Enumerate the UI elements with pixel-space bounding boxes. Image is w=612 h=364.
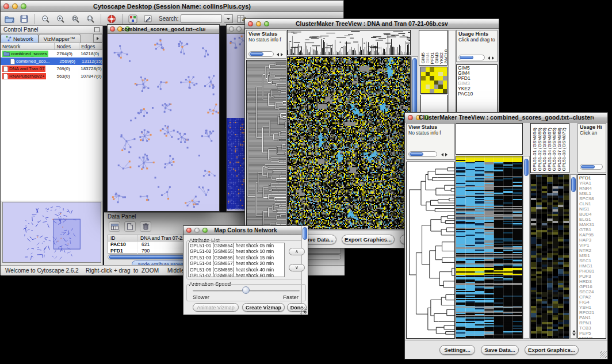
scrollbar-arrows[interactable] — [572, 330, 576, 336]
tab-vizmapper[interactable]: VizMapper™ — [39, 34, 81, 43]
slider-arrows[interactable] — [441, 153, 447, 156]
gene-label[interactable]: RNR4 — [579, 186, 606, 191]
gene-label[interactable]: ELG1 — [579, 217, 606, 222]
gene-label[interactable]: SEC1 — [579, 258, 606, 263]
gene-label[interactable]: PHO81 — [579, 269, 606, 274]
scrollbar-thumb[interactable] — [524, 159, 529, 176]
gene-label[interactable]: HRD3 — [579, 279, 606, 284]
close-button[interactable] — [408, 115, 413, 120]
attribute-item[interactable]: GPL51-07 (GSM868) heat shock 60 min — [189, 273, 284, 277]
gene-vertical-scrollbar[interactable] — [570, 174, 577, 339]
contrast-slider[interactable] — [580, 164, 603, 170]
close-button[interactable] — [229, 26, 234, 32]
gene-label[interactable]: RPN1 — [579, 320, 606, 325]
zoom-heatmap-canvas[interactable] — [531, 175, 569, 339]
slider-thumb[interactable] — [581, 165, 595, 168]
arrow-left-icon[interactable] — [277, 53, 279, 56]
gene-label[interactable]: FIG4 — [579, 300, 606, 305]
row-dendrogram-pane[interactable] — [406, 162, 455, 339]
zoom-slider[interactable] — [248, 51, 274, 57]
search-dropdown-button[interactable] — [224, 14, 233, 23]
gene-label[interactable]: YSH1 — [579, 305, 606, 310]
slider-arrows[interactable] — [488, 56, 494, 60]
network-row[interactable]: combined_scores 2764(0) 16218(0) — [1, 50, 102, 58]
arrow-left-icon[interactable] — [441, 153, 443, 156]
gene-label[interactable]: PAN1 — [579, 315, 606, 320]
gene-label[interactable]: HMG1 — [579, 263, 606, 269]
arrow-up-icon[interactable] — [572, 330, 576, 332]
zoom-heatmap[interactable] — [420, 67, 447, 94]
window-titlebar[interactable]: combined_scores_good.txt--cluste... — [108, 25, 219, 34]
arrow-right-icon[interactable] — [445, 153, 447, 156]
network-row-selected[interactable]: combined_sco... 2569(6) 13112(15) — [1, 58, 102, 65]
network-overview-navigator[interactable] — [2, 202, 101, 263]
create-vizmap-button[interactable]: Create Vizmap — [242, 303, 285, 312]
slider-thumb[interactable] — [410, 152, 423, 156]
gene-label[interactable]: PAC10 — [458, 91, 497, 97]
animate-vizmap-button[interactable]: Animate Vizmap — [193, 303, 239, 312]
close-button[interactable] — [110, 26, 115, 32]
gene-label[interactable]: PEP5 — [579, 331, 606, 336]
gene-label[interactable]: CLN1 — [579, 201, 606, 206]
new-attribute-icon[interactable] — [124, 221, 136, 232]
slider-arrows[interactable] — [277, 53, 283, 56]
slider-thumb[interactable] — [460, 56, 473, 59]
window-titlebar[interactable]: ClusterMaker TreeView : combined_scores_… — [405, 113, 607, 122]
gene-label[interactable]: GPI16 — [579, 284, 606, 289]
gene-label[interactable]: PFD1 — [579, 175, 606, 181]
gene-label[interactable]: RPO21 — [579, 310, 606, 315]
open-folder-icon[interactable] — [3, 13, 16, 25]
row-dendrogram-canvas[interactable] — [247, 60, 286, 229]
zoom-slider[interactable] — [408, 151, 437, 157]
gene-label[interactable]: GTB1 — [579, 227, 606, 232]
zoom-fit-icon[interactable] — [84, 13, 97, 25]
move-up-button[interactable]: ∧ — [289, 248, 305, 255]
move-down-button[interactable]: ∨ — [289, 264, 305, 271]
contrast-slider[interactable] — [458, 55, 485, 60]
attribute-item[interactable]: GPL51-04 (GSM857) heat shock 20 min — [189, 261, 284, 267]
help-lifesaver-icon[interactable] — [105, 13, 118, 25]
scrollbar-thumb[interactable] — [571, 177, 576, 192]
arrow-down-icon[interactable] — [572, 334, 576, 336]
slider-thumb[interactable] — [242, 286, 250, 294]
search-input[interactable] — [181, 14, 222, 23]
vizmapper-icon[interactable] — [127, 13, 139, 25]
gene-label[interactable]: SEC24 — [579, 289, 606, 294]
zoom-out-icon[interactable] — [39, 13, 52, 25]
network-row[interactable]: DNA and Tran 07 769(0) 183728(0) — [1, 65, 102, 72]
attribute-item[interactable]: GPL51-06 (GSM865) heat shock 40 min — [189, 267, 284, 273]
column-dendrogram-pane[interactable] — [287, 30, 411, 55]
dialog-titlebar[interactable]: Map Colors to Network — [183, 226, 308, 235]
overview-canvas[interactable] — [3, 202, 101, 262]
close-button[interactable] — [186, 228, 192, 233]
gene-label[interactable]: CPA2 — [579, 294, 606, 300]
settings-button[interactable]: Settings... — [439, 345, 475, 355]
gene-label[interactable]: NTR2 — [579, 248, 606, 253]
slider-thumb[interactable] — [250, 52, 263, 56]
tab-network[interactable]: Network — [1, 34, 39, 43]
float-panel-icon[interactable] — [94, 27, 100, 32]
attribute-item[interactable]: GPL51-02 (GSM855) heat shock 10 min — [189, 249, 284, 255]
heatmap-canvas[interactable] — [456, 156, 522, 339]
column-dendrogram-canvas[interactable] — [288, 30, 410, 55]
animation-speed-slider[interactable] — [193, 290, 300, 292]
zoom-heatmap-pane[interactable] — [530, 174, 569, 339]
export-graphics-button[interactable]: Export Graphics... — [525, 345, 579, 355]
network-view-canvas[interactable] — [108, 34, 219, 211]
heatmap-canvas[interactable] — [288, 57, 410, 229]
attribute-item[interactable]: GPL51-01 (GSM854) heat shock 05 min — [189, 243, 284, 249]
scrollbar-thumb[interactable] — [303, 227, 307, 240]
delete-attribute-icon[interactable] — [140, 221, 151, 232]
gene-label[interactable]: YRA1 — [579, 181, 606, 186]
gene-label[interactable]: HAP3 — [579, 237, 606, 243]
save-icon[interactable] — [18, 13, 30, 25]
close-button[interactable] — [248, 21, 253, 26]
export-graphics-button[interactable]: Export Graphics... — [342, 235, 395, 244]
gene-label[interactable]: PUF3 — [579, 274, 606, 279]
window-titlebar[interactable]: ClusterMaker TreeView : DNA and Tran 07-… — [245, 19, 499, 29]
main-titlebar[interactable]: Cytoscape Desktop (Session Name: collins… — [1, 1, 343, 12]
arrow-left-icon[interactable] — [488, 56, 490, 60]
gene-label[interactable]: VIP1 — [579, 243, 606, 248]
tab-overflow-button[interactable] — [93, 34, 102, 43]
zoom-in-icon[interactable] — [54, 13, 67, 25]
